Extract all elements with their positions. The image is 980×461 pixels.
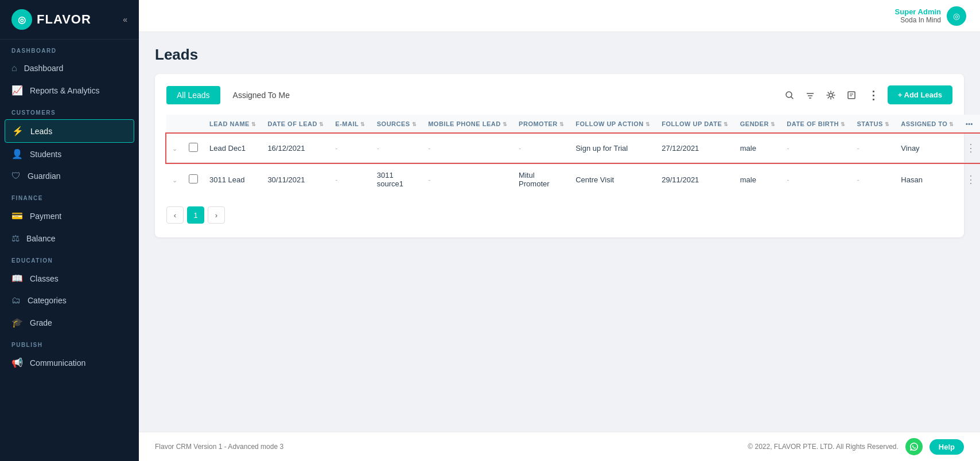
sidebar-label-students: Students xyxy=(30,150,61,159)
sidebar-label-balance: Balance xyxy=(26,234,56,243)
page-title: Leads xyxy=(155,46,964,64)
cell-assigned-to: Hasan xyxy=(895,163,960,197)
cell-gender: male xyxy=(734,163,781,197)
sidebar-label-leads: Leads xyxy=(30,127,52,136)
next-page-button[interactable]: › xyxy=(208,206,225,224)
version-label: Flavor CRM Version 1 - Advanced mode 3 xyxy=(155,443,283,451)
page-1-button[interactable]: 1 xyxy=(187,206,204,224)
col-gender: GENDER⇅ xyxy=(734,115,781,134)
grade-icon: 🎓 xyxy=(11,317,23,328)
cell-promoter: - xyxy=(513,134,570,163)
footer-right: © 2022, FLAVOR PTE. LTD. All Rights Rese… xyxy=(748,438,964,455)
filter-button[interactable] xyxy=(803,88,818,102)
row-more-button[interactable]: ⋮ xyxy=(966,142,976,154)
search-button[interactable] xyxy=(782,88,797,102)
cell-follow-up-action: Centre Visit xyxy=(570,163,656,197)
main-area: Super Admin Soda In Mind ◎ Leads All Lea… xyxy=(139,0,980,461)
sidebar-label-guardian: Guardian xyxy=(28,171,61,181)
tab-all-leads[interactable]: All Leads xyxy=(166,86,220,104)
dashboard-icon: ⌂ xyxy=(11,63,17,73)
row-expand-icon[interactable]: ⌄ xyxy=(172,145,177,152)
payment-icon: 💳 xyxy=(11,210,23,221)
row-more-button[interactable]: ⋮ xyxy=(966,174,976,185)
user-info: Super Admin Soda In Mind xyxy=(895,7,941,24)
col-follow-up-action: FOLLOW UP ACTION⇅ xyxy=(570,115,656,134)
students-icon: 👤 xyxy=(11,149,23,159)
classes-icon: 📖 xyxy=(11,273,23,284)
sidebar-item-students[interactable]: 👤 Students xyxy=(0,143,139,165)
topbar-user: Super Admin Soda In Mind ◎ xyxy=(895,6,966,26)
sidebar-item-categories[interactable]: 🗂 Categories xyxy=(0,290,139,311)
content-area: Leads All Leads Assigned To Me xyxy=(139,32,980,432)
col-actions: ••• xyxy=(960,115,980,134)
cell-promoter: Mitul Promoter xyxy=(513,163,570,197)
col-lead-name: LEAD NAME⇅ xyxy=(204,115,262,134)
export-icon xyxy=(847,91,856,100)
sidebar-label-dashboard: Dashboard xyxy=(24,64,64,73)
cell-status: - xyxy=(851,134,895,163)
help-button[interactable]: Help xyxy=(930,439,964,455)
prev-page-button[interactable]: ‹ xyxy=(166,206,184,224)
leads-card: All Leads Assigned To Me xyxy=(155,74,964,237)
sidebar-label-payment: Payment xyxy=(30,212,61,221)
card-toolbar: All Leads Assigned To Me xyxy=(166,85,952,104)
balance-icon: ⚖ xyxy=(11,233,20,244)
cell-date-of-birth: - xyxy=(781,134,851,163)
col-date-of-birth: DATE OF BIRTH⇅ xyxy=(781,115,851,134)
table-row: ⌄ 3011 Lead 30/11/2021 - 3011 source1 - … xyxy=(166,163,980,197)
communication-icon: 📢 xyxy=(11,357,23,368)
cell-status: - xyxy=(851,163,895,197)
section-label-dashboard: DASHBOARD xyxy=(0,40,139,57)
sidebar-item-balance[interactable]: ⚖ Balance xyxy=(0,227,139,249)
sidebar-item-reports[interactable]: 📈 Reports & Analytics xyxy=(0,79,139,101)
topbar: Super Admin Soda In Mind ◎ xyxy=(139,0,980,32)
tab-assigned-to-me[interactable]: Assigned To Me xyxy=(223,86,300,104)
cell-follow-up-action: Sign up for Trial xyxy=(570,134,656,163)
sidebar-item-classes[interactable]: 📖 Classes xyxy=(0,267,139,290)
more-options-button[interactable]: ⋮ xyxy=(865,86,882,104)
cell-email: - xyxy=(329,134,371,163)
collapse-button[interactable]: « xyxy=(123,15,127,24)
cell-mobile-phone: - xyxy=(422,163,513,197)
sidebar-logo: ◎ FLAVOR « xyxy=(0,0,139,40)
section-label-customers: CUSTOMERS xyxy=(0,101,139,119)
logo-text: FLAVOR xyxy=(37,12,91,27)
col-status: STATUS⇅ xyxy=(851,115,895,134)
sidebar: ◎ FLAVOR « DASHBOARD ⌂ Dashboard 📈 Repor… xyxy=(0,0,139,461)
toolbar-actions: ⋮ + Add Leads xyxy=(782,85,952,104)
filter-icon xyxy=(806,91,815,100)
username-label: Super Admin xyxy=(895,7,941,16)
settings-button[interactable] xyxy=(823,88,838,102)
cell-follow-up-date: 29/11/2021 xyxy=(656,163,734,197)
cell-mobile-phone: - xyxy=(422,134,513,163)
cell-date-of-lead: 30/11/2021 xyxy=(262,163,329,197)
table-header: LEAD NAME⇅ DATE OF LEAD⇅ E-MAIL⇅ SOURCES… xyxy=(166,115,980,134)
row-checkbox[interactable] xyxy=(189,143,198,152)
whatsapp-button[interactable] xyxy=(905,438,923,455)
leads-table: LEAD NAME⇅ DATE OF LEAD⇅ E-MAIL⇅ SOURCES… xyxy=(166,115,980,196)
table-body: ⌄ Lead Dec1 16/12/2021 - - - - Sign up f… xyxy=(166,134,980,197)
add-leads-button[interactable]: + Add Leads xyxy=(888,85,952,104)
reports-icon: 📈 xyxy=(11,85,23,96)
sidebar-label-reports: Reports & Analytics xyxy=(30,86,99,95)
sidebar-label-communication: Communication xyxy=(30,358,85,368)
sidebar-item-grade[interactable]: 🎓 Grade xyxy=(0,311,139,334)
col-email: E-MAIL⇅ xyxy=(329,115,371,134)
export-button[interactable] xyxy=(844,88,859,102)
sidebar-item-dashboard[interactable]: ⌂ Dashboard xyxy=(0,57,139,79)
section-label-finance: FINANCE xyxy=(0,187,139,205)
sidebar-item-leads[interactable]: ⚡ Leads xyxy=(5,119,134,143)
row-checkbox[interactable] xyxy=(189,174,198,183)
col-sources: SOURCES⇅ xyxy=(371,115,422,134)
leads-icon: ⚡ xyxy=(12,126,24,136)
sidebar-item-payment[interactable]: 💳 Payment xyxy=(0,205,139,227)
cell-sources: 3011 source1 xyxy=(371,163,422,197)
sidebar-item-guardian[interactable]: 🛡 Guardian xyxy=(0,165,139,187)
row-expand-icon[interactable]: ⌄ xyxy=(172,177,177,183)
cell-sources: - xyxy=(371,134,422,163)
col-mobile-phone: MOBILE PHONE LEAD⇅ xyxy=(422,115,513,134)
sidebar-item-communication[interactable]: 📢 Communication xyxy=(0,351,139,374)
footer: Flavor CRM Version 1 - Advanced mode 3 ©… xyxy=(139,432,980,461)
col-date-of-lead: DATE OF LEAD⇅ xyxy=(262,115,329,134)
pagination: ‹ 1 › xyxy=(166,206,952,224)
